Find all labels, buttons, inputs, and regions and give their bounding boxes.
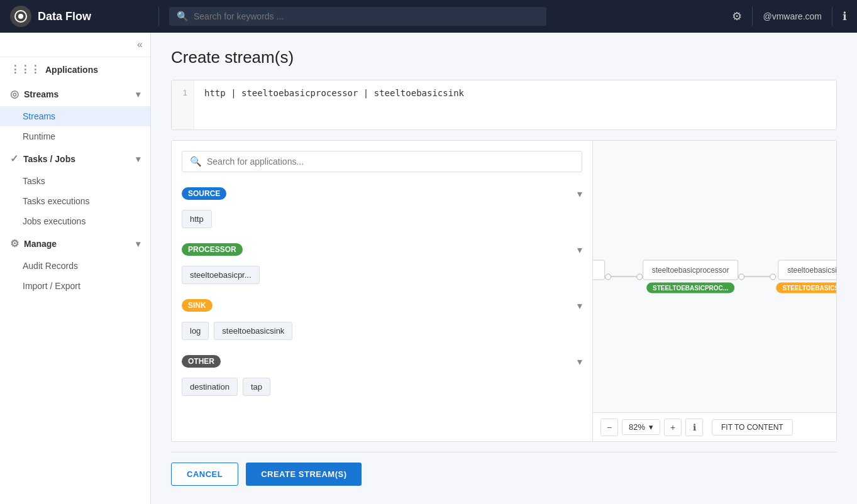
header-divider <box>158 7 159 26</box>
header: Data Flow 🔍 ⚙ @vmware.com ℹ <box>0 0 857 33</box>
manage-icon: ⚙ <box>10 238 19 249</box>
sidebar-item-manage-header[interactable]: ⚙ Manage ▾ <box>0 231 150 256</box>
app-logo: Data Flow <box>10 6 148 27</box>
source-items: http <box>182 205 582 231</box>
node-box-http: http <box>593 260 605 280</box>
connector-circle-4 <box>770 273 776 280</box>
category-source: SOURCE ▾ http <box>182 182 582 231</box>
line-numbers: 1 <box>172 80 194 129</box>
create-stream-button[interactable]: CREATE STREAM(S) <box>246 463 362 486</box>
other-badge: OTHER <box>182 355 221 368</box>
fit-to-content-button[interactable]: FIT TO CONTENT <box>712 419 793 436</box>
tasks-icon: ✓ <box>10 153 18 165</box>
category-other-header[interactable]: OTHER ▾ <box>182 350 582 373</box>
app-panel: 🔍 SOURCE ▾ http PROCESSOR <box>172 141 593 441</box>
streams-icon: ◎ <box>10 88 19 100</box>
sidebar-item-streams-list[interactable]: Streams <box>0 106 150 126</box>
zoom-chevron: ▾ <box>649 422 653 432</box>
app-chip-destination[interactable]: destination <box>182 378 238 396</box>
sidebar-section-manage: ⚙ Manage ▾ Audit Records Import / Export <box>0 231 150 296</box>
canvas-info-button[interactable]: ℹ <box>685 419 703 436</box>
logo-icon <box>10 6 31 27</box>
category-source-header[interactable]: SOURCE ▾ <box>182 182 582 205</box>
sink-items: log steeltoebasicsink <box>182 317 582 342</box>
zoom-out-button[interactable]: − <box>600 419 618 436</box>
sidebar-item-streams-header[interactable]: ◎ Streams ▾ <box>0 82 150 106</box>
manage-chevron: ▾ <box>136 239 140 249</box>
sidebar-item-tasks-executions[interactable]: Tasks executions <box>0 191 150 211</box>
sink-badge: SINK <box>182 299 213 312</box>
flow-node-sink: steeltoebasicsink STEELTOEBASICSINK <box>776 260 836 293</box>
sidebar-item-jobs-executions[interactable]: Jobs executions <box>0 211 150 231</box>
connector-line-1 <box>611 276 636 277</box>
other-items: destination tap <box>182 373 582 398</box>
header-divider-2 <box>752 7 753 26</box>
connector-line-2 <box>744 276 770 277</box>
category-processor-header[interactable]: PROCESSOR ▾ <box>182 238 582 261</box>
flow-connector-2 <box>738 273 776 280</box>
flow-node-http: http HTTP <box>593 260 605 293</box>
settings-icon[interactable]: ⚙ <box>732 9 742 23</box>
sidebar-section-tasks: ✓ Tasks / Jobs ▾ Tasks Tasks executions … <box>0 146 150 231</box>
search-input[interactable] <box>194 11 539 21</box>
canvas-toolbar: − 82% ▾ + ℹ FIT TO CONTENT <box>593 412 836 441</box>
sidebar-item-tasks-header[interactable]: ✓ Tasks / Jobs ▾ <box>0 146 150 171</box>
sidebar-section-applications: ⋮⋮⋮ Applications <box>0 57 150 82</box>
sidebar-section-streams: ◎ Streams ▾ Streams Runtime <box>0 82 150 146</box>
manage-label: Manage <box>24 239 57 249</box>
source-chevron: ▾ <box>577 188 582 200</box>
tasks-chevron: ▾ <box>136 154 140 164</box>
category-sink-header[interactable]: SINK ▾ <box>182 294 582 317</box>
app-search-icon: 🔍 <box>190 156 202 167</box>
cancel-button[interactable]: CANCEL <box>171 463 238 486</box>
app-title: Data Flow <box>38 10 91 23</box>
connector-circle-1 <box>605 273 611 280</box>
sidebar-item-import-export[interactable]: Import / Export <box>0 276 150 296</box>
info-icon[interactable]: ℹ <box>843 9 847 23</box>
code-editor: 1 http | steeltoebasicprocessor | steelt… <box>171 80 837 130</box>
app-chip-steeltoebasicpr[interactable]: steeltoebasicpr... <box>182 266 260 284</box>
sidebar: « ⋮⋮⋮ Applications ◎ Streams ▾ Streams R… <box>0 33 151 504</box>
canvas-panel: http HTTP steeltoebasicprocessor ST <box>593 141 836 441</box>
app-chip-tap[interactable]: tap <box>243 378 270 396</box>
node-box-processor: steeltoebasicprocessor <box>643 260 739 280</box>
applications-icon: ⋮⋮⋮ <box>10 63 40 75</box>
zoom-in-button[interactable]: + <box>664 419 682 436</box>
sidebar-collapse-button[interactable]: « <box>137 39 143 50</box>
page-title: Create stream(s) <box>171 48 837 67</box>
node-box-sink: steeltoebasicsink <box>778 260 836 280</box>
header-divider-3 <box>832 7 832 26</box>
bottom-panel: 🔍 SOURCE ▾ http PROCESSOR <box>171 140 837 442</box>
header-right: ⚙ @vmware.com ℹ <box>732 7 847 26</box>
main-content: Create stream(s) 1 http | steeltoebasicp… <box>151 33 857 504</box>
source-badge: SOURCE <box>182 187 226 200</box>
flow-node-processor: steeltoebasicprocessor STEELTOEBASICPROC… <box>643 260 739 293</box>
app-search-input[interactable] <box>207 156 574 167</box>
sidebar-item-applications[interactable]: ⋮⋮⋮ Applications <box>0 57 150 82</box>
processor-badge: PROCESSOR <box>182 243 243 256</box>
processor-chevron: ▾ <box>577 244 582 256</box>
processor-items: steeltoebasicpr... <box>182 261 582 287</box>
category-sink: SINK ▾ log steeltoebasicsink <box>182 294 582 342</box>
category-other: OTHER ▾ destination tap <box>182 350 582 398</box>
streams-chevron: ▾ <box>136 89 140 99</box>
streams-label: Streams <box>24 89 58 99</box>
svg-point-1 <box>18 14 23 19</box>
app-chip-steeltoebasicsink[interactable]: steeltoebasicsink <box>214 322 292 340</box>
code-content[interactable]: http | steeltoebasicprocessor | steeltoe… <box>194 80 836 129</box>
app-chip-http[interactable]: http <box>182 210 212 228</box>
other-chevron: ▾ <box>577 356 582 368</box>
app-search-container: 🔍 <box>182 151 582 172</box>
node-badge-processor: STEELTOEBASICPROC... <box>646 283 734 293</box>
sidebar-item-runtime[interactable]: Runtime <box>0 126 150 146</box>
node-badge-sink: STEELTOEBASICSINK <box>776 283 836 293</box>
app-chip-log[interactable]: log <box>182 322 209 340</box>
category-processor: PROCESSOR ▾ steeltoebasicpr... <box>182 238 582 287</box>
sidebar-item-tasks[interactable]: Tasks <box>0 171 150 191</box>
zoom-display[interactable]: 82% ▾ <box>622 419 660 435</box>
line-number-1: 1 <box>178 88 187 97</box>
sidebar-item-audit-records[interactable]: Audit Records <box>0 256 150 276</box>
user-account[interactable]: @vmware.com <box>763 11 822 21</box>
canvas-area[interactable]: http HTTP steeltoebasicprocessor ST <box>593 141 836 412</box>
flow-diagram: http HTTP steeltoebasicprocessor ST <box>593 260 836 293</box>
